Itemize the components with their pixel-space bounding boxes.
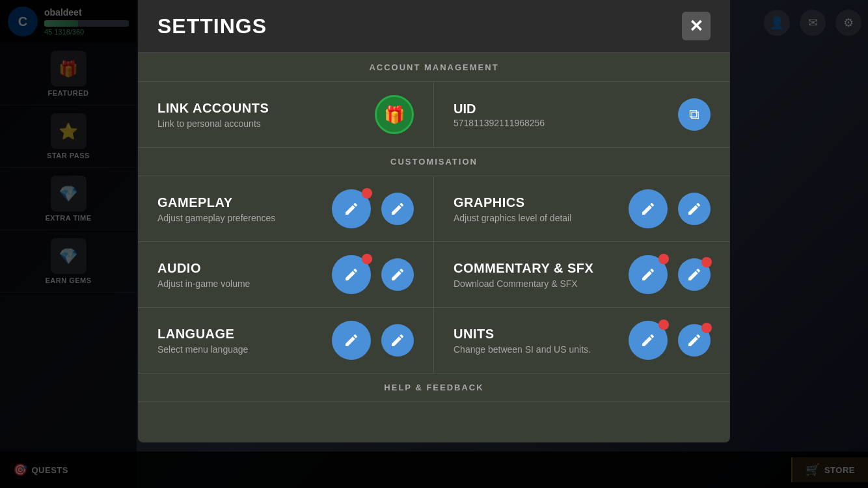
- account-management-grid: LINK ACCOUNTS Link to personal accounts …: [138, 82, 730, 148]
- graphics-info: GRAPHICS Adjust graphics level of detail: [454, 195, 618, 223]
- pencil-icon-btn: [686, 332, 702, 348]
- gameplay-icon-circle: [332, 189, 371, 228]
- audio-action-btn[interactable]: [381, 258, 414, 291]
- language-action-btn[interactable]: [381, 324, 414, 357]
- link-accounts-title: LINK ACCOUNTS: [157, 101, 364, 116]
- help-feedback-header: HELP & FEEDBACK: [138, 373, 730, 402]
- pencil-icon-btn: [686, 267, 702, 282]
- pencil-icon: [344, 332, 359, 348]
- language-icon-circle: [332, 321, 371, 360]
- commentary-sfx-desc: Download Commentary & SFX: [454, 278, 618, 289]
- units-action-btn[interactable]: [678, 324, 711, 357]
- audio-title: AUDIO: [157, 261, 321, 276]
- audio-badge: [362, 254, 372, 264]
- gameplay-badge: [362, 188, 372, 198]
- units-title: UNITS: [454, 327, 618, 342]
- close-button[interactable]: ✕: [682, 12, 711, 40]
- language-desc: Select menu language: [157, 344, 321, 355]
- link-accounts-info: LINK ACCOUNTS Link to personal accounts: [157, 101, 364, 129]
- audio-commentary-row: AUDIO Adjust in-game volume COMMENTARY &…: [138, 242, 730, 308]
- copy-icon: ⧉: [689, 106, 699, 123]
- audio-info: AUDIO Adjust in-game volume: [157, 261, 321, 289]
- commentary-sfx-info: COMMENTARY & SFX Download Commentary & S…: [454, 261, 618, 289]
- link-accounts-item[interactable]: LINK ACCOUNTS Link to personal accounts …: [138, 82, 434, 147]
- gameplay-graphics-row: GAMEPLAY Adjust gameplay preferences GRA…: [138, 176, 730, 242]
- settings-title: SETTINGS: [157, 14, 267, 38]
- commentary-sfx-action-btn[interactable]: [678, 258, 711, 291]
- graphics-action-btn[interactable]: [678, 193, 711, 225]
- uid-title: UID: [454, 102, 668, 116]
- uid-value: 571811392111968256: [454, 118, 668, 128]
- gameplay-action-btn[interactable]: [381, 193, 414, 225]
- gameplay-desc: Adjust gameplay preferences: [157, 213, 321, 223]
- gift-icon: 🎁: [384, 105, 405, 125]
- gameplay-info: GAMEPLAY Adjust gameplay preferences: [157, 195, 321, 223]
- pencil-icon-btn: [686, 201, 702, 217]
- pencil-icon-btn: [390, 267, 405, 282]
- pencil-icon: [640, 267, 656, 282]
- language-info: LANGUAGE Select menu language: [157, 327, 321, 355]
- pencil-icon: [344, 267, 359, 282]
- language-units-row: LANGUAGE Select menu language UNITS Chan…: [138, 308, 730, 373]
- modal-overlay: SETTINGS ✕ ACCOUNT MANAGEMENT LINK ACCOU…: [0, 0, 868, 488]
- uid-item[interactable]: UID 571811392111968256 ⧉: [434, 82, 730, 147]
- graphics-icon-circle: [629, 189, 668, 228]
- units-desc: Change between SI and US units.: [454, 344, 618, 355]
- account-management-header: ACCOUNT MANAGEMENT: [138, 53, 730, 82]
- audio-item[interactable]: AUDIO Adjust in-game volume: [138, 242, 434, 307]
- pencil-icon: [640, 201, 656, 217]
- pencil-icon: [344, 201, 359, 217]
- pencil-icon: [640, 332, 656, 348]
- gameplay-item[interactable]: GAMEPLAY Adjust gameplay preferences: [138, 176, 434, 241]
- pencil-icon-btn: [390, 332, 405, 348]
- commentary-sfx-title: COMMENTARY & SFX: [454, 261, 618, 276]
- gameplay-title: GAMEPLAY: [157, 195, 321, 210]
- settings-modal: SETTINGS ✕ ACCOUNT MANAGEMENT LINK ACCOU…: [138, 0, 730, 442]
- units-badge: [658, 319, 669, 330]
- customisation-header: CUSTOMISATION: [138, 148, 730, 176]
- audio-icon-circle: [332, 255, 371, 294]
- language-title: LANGUAGE: [157, 327, 321, 342]
- graphics-desc: Adjust graphics level of detail: [454, 213, 618, 223]
- graphics-item[interactable]: GRAPHICS Adjust graphics level of detail: [434, 176, 730, 241]
- commentary-sfx-btn-badge: [701, 257, 712, 267]
- audio-desc: Adjust in-game volume: [157, 278, 321, 289]
- units-item[interactable]: UNITS Change between SI and US units.: [434, 308, 730, 373]
- units-info: UNITS Change between SI and US units.: [454, 327, 618, 355]
- settings-header: SETTINGS ✕: [138, 0, 730, 53]
- commentary-sfx-badge: [658, 254, 669, 264]
- copy-uid-button[interactable]: ⧉: [678, 98, 711, 131]
- language-item[interactable]: LANGUAGE Select menu language: [138, 308, 434, 373]
- units-icon-circle: [629, 321, 668, 360]
- units-btn-badge: [701, 323, 712, 333]
- pencil-icon-btn: [390, 201, 405, 217]
- link-accounts-desc: Link to personal accounts: [157, 118, 364, 129]
- commentary-sfx-item[interactable]: COMMENTARY & SFX Download Commentary & S…: [434, 242, 730, 307]
- commentary-sfx-icon-circle: [629, 255, 668, 294]
- graphics-title: GRAPHICS: [454, 195, 618, 210]
- settings-body: ACCOUNT MANAGEMENT LINK ACCOUNTS Link to…: [138, 53, 730, 402]
- link-accounts-icon: 🎁: [375, 95, 414, 134]
- uid-info: UID 571811392111968256: [454, 102, 668, 128]
